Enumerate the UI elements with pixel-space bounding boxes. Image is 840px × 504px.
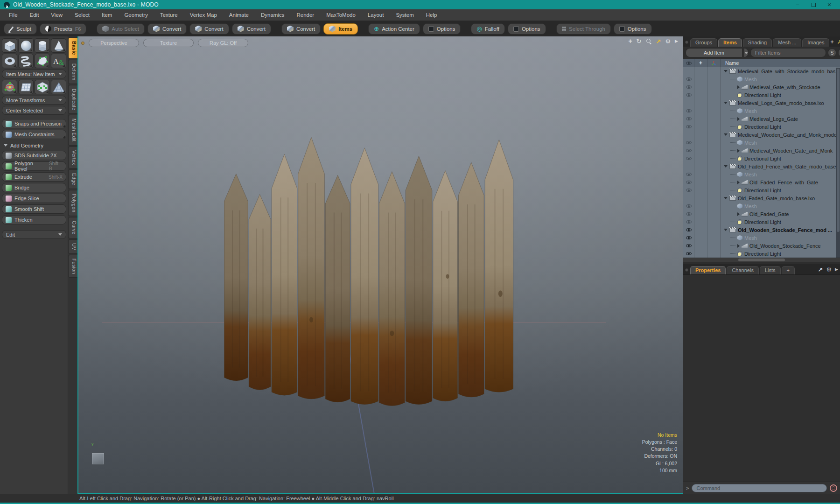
filter-mode-button[interactable]: F [838, 49, 840, 57]
gear-icon[interactable]: ⚙ [665, 38, 671, 44]
collapse-arrow-icon[interactable] [724, 70, 728, 72]
collapse-arrow-icon[interactable] [724, 102, 728, 104]
maximize-panel-icon[interactable]: ↗ [818, 266, 823, 273]
menu-view[interactable]: View [45, 9, 69, 21]
tree-row-mesh-ghost[interactable]: Mesh [683, 234, 840, 242]
tab-add[interactable]: + [782, 266, 795, 274]
tree-row-light[interactable]: Directional Light [683, 250, 840, 258]
viewport-menu-dot-icon[interactable] [81, 42, 84, 45]
panel-dot-icon[interactable] [685, 41, 688, 44]
expand-arrow-icon[interactable] [737, 212, 740, 216]
item-menu-dropdown[interactable]: Item Menu: New Item [2, 70, 66, 78]
expand-arrow-icon[interactable] [737, 181, 740, 184]
menu-geometry[interactable]: Geometry [118, 9, 154, 21]
tree-row-mesh-ghost[interactable]: Mesh [683, 139, 840, 147]
eye-icon[interactable] [686, 141, 692, 144]
zoom-icon[interactable] [646, 38, 652, 44]
tri-mesh-tool-button[interactable] [51, 80, 66, 94]
more-arrow-icon[interactable]: ▶ [675, 39, 678, 43]
tree-row-scene[interactable]: Old_Faded_Gate_modo_base.lxo [683, 194, 840, 202]
tree-vertical-scrollbar[interactable] [836, 68, 840, 258]
tool-edge-slice[interactable]: Edge Slice [2, 194, 66, 203]
eye-icon[interactable] [686, 77, 692, 81]
menu-render[interactable]: Render [290, 9, 320, 21]
tree-row-light[interactable]: Directional Light [683, 218, 840, 226]
tab-images[interactable]: Images [802, 38, 829, 47]
plane-tool-button[interactable] [18, 80, 34, 94]
tab-items[interactable]: Items [718, 38, 742, 47]
convert-button-1[interactable]: Convert [147, 23, 187, 35]
pen-tool-button[interactable] [35, 54, 50, 68]
eye-icon[interactable] [686, 181, 692, 184]
tab-edge[interactable]: Edge [68, 169, 77, 189]
mesh-constraints-button[interactable]: Mesh Constraints [2, 130, 66, 139]
tree-row-mesh-ghost[interactable]: Mesh [683, 170, 840, 178]
convert-button-2[interactable]: Convert [189, 23, 229, 35]
collapse-arrow-icon[interactable] [724, 197, 728, 199]
transform-column-icon[interactable] [707, 59, 721, 67]
menu-layout[interactable]: Layout [362, 9, 390, 21]
tab-fusion[interactable]: Fusion [68, 255, 77, 278]
tree-row-mesh[interactable]: Medieval_Wooden_Gate_and_Monk [683, 147, 840, 154]
search-mode-button[interactable]: S [828, 49, 836, 57]
tab-basic[interactable]: Basic [68, 37, 77, 59]
eye-icon[interactable] [686, 228, 692, 231]
tree-row-light[interactable]: Directional Light [683, 91, 840, 99]
eye-icon[interactable] [686, 236, 692, 239]
tree-row-mesh-ghost[interactable]: Mesh [683, 107, 840, 115]
pan-icon[interactable]: + [628, 38, 632, 44]
menu-vertex-map[interactable]: Vertex Map [184, 9, 223, 21]
tab-polygon[interactable]: Polygon [68, 190, 77, 216]
tab-deform[interactable]: Deform [68, 60, 77, 84]
torus-tool-button[interactable] [2, 54, 17, 68]
more-arrow-icon[interactable]: ▶ [835, 267, 838, 272]
tab-duplicate[interactable]: Duplicate [68, 85, 77, 114]
tab-mesh-edit[interactable]: Mesh Edit [68, 115, 77, 145]
add-geometry-section[interactable]: Add Geometry [2, 141, 66, 149]
menu-file[interactable]: File [3, 9, 24, 21]
expand-arrow-icon[interactable] [737, 149, 740, 153]
add-item-dropdown[interactable] [744, 48, 749, 57]
auto-select-button[interactable]: Auto Select [97, 23, 145, 35]
tool-thicken[interactable]: Thicken [2, 215, 66, 224]
eye-icon[interactable] [686, 244, 692, 247]
tree-row-light[interactable]: Directional Light [683, 123, 840, 131]
eye-icon[interactable] [686, 149, 692, 152]
falloff-options-button[interactable]: Options [508, 23, 546, 35]
tree-horizontal-scrollbar[interactable] [683, 258, 840, 262]
action-center-options-button[interactable]: Options [423, 23, 461, 35]
add-tab-icon[interactable]: + [830, 39, 833, 45]
viewport-raygl-tab[interactable]: Ray GL: Off [198, 39, 248, 47]
sculpt-button[interactable]: Sculpt [4, 23, 37, 35]
maximize-viewport-icon[interactable]: ↗ [656, 38, 661, 44]
tab-vertex[interactable]: Vertex [68, 147, 77, 169]
tab-channels[interactable]: Channels [727, 266, 758, 274]
maximize-button[interactable] [806, 0, 820, 9]
eye-icon[interactable] [686, 157, 692, 160]
more-transforms-dropdown[interactable]: More Transforms [2, 96, 66, 105]
record-macro-icon[interactable] [830, 484, 837, 492]
tool-sds-subdivide[interactable]: SDS Subdivide 2X [2, 151, 66, 160]
add-item-button[interactable]: Add Item [686, 48, 742, 57]
tree-row-scene[interactable]: Medieval_Gate_with_Stockade_modo_bas ... [683, 67, 840, 75]
menu-system[interactable]: System [390, 9, 420, 21]
collapse-arrow-icon[interactable] [724, 165, 728, 168]
viewport-shading-tab[interactable]: Texture [143, 39, 194, 47]
tree-row-mesh[interactable]: Old_Faded_Fence_with_Gate [683, 178, 840, 186]
viewport-3d[interactable]: Perspective Texture Ray GL: Off + ↻ ↗ ⚙ … [77, 36, 683, 494]
snaps-precision-button[interactable]: Snaps and Precision [2, 119, 66, 128]
eye-icon[interactable] [686, 252, 692, 255]
menu-item[interactable]: Item [96, 9, 118, 21]
menu-edit[interactable]: Edit [24, 9, 45, 21]
expand-arrow-icon[interactable] [737, 244, 740, 248]
eye-icon[interactable] [686, 125, 692, 128]
tree-row-scene[interactable]: Medieval_Logs_Gate_modo_base.lxo [683, 99, 840, 107]
menu-maxtomodo[interactable]: MaxToModo [320, 9, 362, 21]
minimize-button[interactable]: – [791, 0, 805, 9]
tab-mesh[interactable]: Mesh ... [773, 38, 801, 47]
tree-row-mesh[interactable]: Old_Wooden_Stockade_Fence [683, 242, 840, 250]
eye-icon[interactable] [686, 189, 692, 192]
panel-dot-icon[interactable] [685, 268, 688, 272]
convert-button-4[interactable]: Convert [281, 23, 321, 35]
viewport-projection-tab[interactable]: Perspective [89, 39, 139, 47]
